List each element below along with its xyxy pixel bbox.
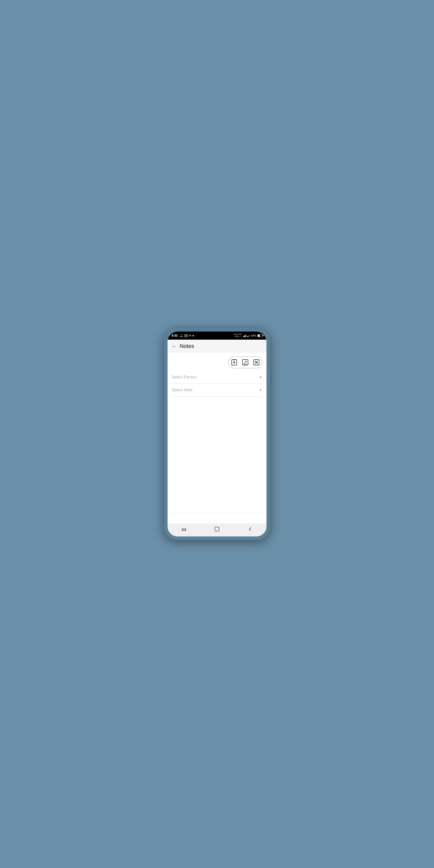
status-kb: 0 KB/s (179, 334, 183, 337)
phone-screen: 8:02 0 KB/s 🖼 ✉ Vo) LTE+ LTE1 ↑↑ (167, 332, 267, 536)
lte-label: Vo) LTE+ LTE1 ↑↑ (234, 333, 242, 338)
svg-rect-13 (184, 528, 184, 531)
recent-apps-icon (181, 527, 186, 532)
dot-indicator (192, 335, 194, 336)
nav-bar (167, 523, 267, 536)
content-divider (172, 513, 262, 513)
status-bar: 8:02 0 KB/s 🖼 ✉ Vo) LTE+ LTE1 ↑↑ (167, 332, 267, 340)
dropdown-section: Select Person ▼ Select Note ▼ (167, 371, 267, 397)
page-title: Notes (180, 343, 194, 349)
back-nav-button[interactable] (244, 525, 256, 534)
delete-button[interactable] (251, 357, 262, 368)
close-icon (253, 359, 260, 366)
chevron-down-icon-person: ▼ (259, 375, 262, 379)
signal-bars-2 (247, 334, 250, 337)
toolbar-group (228, 356, 262, 368)
chevron-down-icon-note: ▼ (259, 388, 262, 392)
app-content: ← Notes (167, 340, 267, 523)
home-button[interactable] (211, 525, 223, 534)
back-nav-icon (248, 527, 253, 532)
edit-icon (242, 359, 249, 366)
edit-button[interactable] (240, 357, 251, 368)
main-area: Select Person ▼ Select Note ▼ (167, 353, 267, 523)
top-bar: ← Notes (167, 340, 267, 353)
empty-content-area (167, 397, 267, 513)
status-right: Vo) LTE+ LTE1 ↑↑ 43% (234, 333, 262, 338)
svg-rect-14 (185, 528, 186, 531)
select-note-dropdown[interactable]: Select Note ▼ (172, 384, 262, 397)
signal-bars-1 (243, 334, 246, 337)
battery-percent: 43% (251, 334, 256, 337)
svg-rect-15 (215, 527, 219, 531)
image-icon: 🖼 (184, 334, 188, 337)
status-time: 8:02 (172, 334, 178, 337)
add-note-icon (231, 359, 238, 366)
recent-apps-button[interactable] (178, 525, 190, 534)
select-person-dropdown[interactable]: Select Person ▼ (172, 371, 262, 384)
phone-frame: 8:02 0 KB/s 🖼 ✉ Vo) LTE+ LTE1 ↑↑ (164, 328, 270, 540)
select-note-label: Select Note (172, 388, 192, 392)
back-button[interactable]: ← (172, 343, 177, 349)
battery-icon (257, 334, 262, 337)
svg-rect-12 (182, 528, 183, 531)
mail-icon: ✉ (189, 334, 191, 337)
status-left: 8:02 0 KB/s 🖼 ✉ (172, 334, 194, 337)
add-note-button[interactable] (228, 357, 240, 368)
toolbar (167, 353, 267, 371)
home-icon (214, 526, 220, 532)
select-person-label: Select Person (172, 375, 197, 379)
